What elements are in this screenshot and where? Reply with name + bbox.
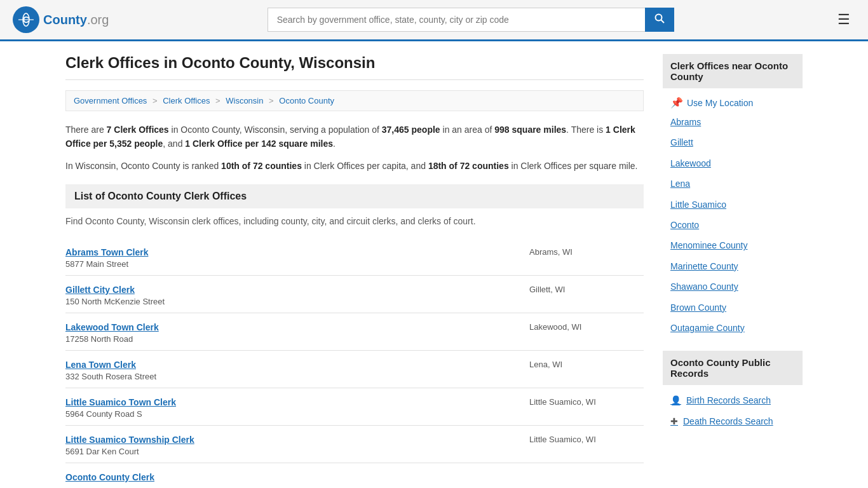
clerk-name-little-suamico-township[interactable]: Little Suamico Township Clerk	[65, 435, 194, 445]
use-location-link[interactable]: 📌 Use My Location	[663, 93, 803, 112]
rank-area: 18th of 72 counties	[428, 161, 509, 171]
clerk-item-little-suamico: Little Suamico Town Clerk 5964 County Ro…	[65, 388, 644, 425]
clerk-address-little-suamico: 5964 County Road S	[65, 409, 176, 419]
search-button[interactable]	[645, 8, 674, 32]
clerk-name-lakewood[interactable]: Lakewood Town Clerk	[65, 322, 159, 332]
clerk-name-abrams[interactable]: Abrams Town Clerk	[65, 247, 148, 257]
sidebar-public-records: Oconto County Public Records 👤 Birth Rec…	[663, 351, 803, 431]
clerk-name-oconto-county[interactable]: Oconto County Clerk	[65, 472, 154, 482]
search-area	[268, 8, 674, 32]
per-area: 1 Clerk Office per 142 square miles	[185, 139, 333, 149]
description-para-1: There are 7 Clerk Offices in Oconto Coun…	[65, 123, 644, 151]
area: 998 square miles	[494, 125, 566, 135]
svg-line-5	[661, 20, 664, 24]
sidebar-item-outagamie[interactable]: Outagamie County	[663, 318, 803, 338]
sidebar-death-records[interactable]: ✚ Death Records Search	[663, 411, 803, 431]
clerk-item-lakewood: Lakewood Town Clerk 17258 North Road Lak…	[65, 313, 644, 350]
clerk-city-little-suamico: Little Suamico, WI	[529, 397, 644, 407]
main-container: Clerk Offices in Oconto County, Wisconsi…	[53, 41, 815, 488]
sidebar-nearby-title: Clerk Offices near Oconto County	[663, 54, 803, 88]
sidebar-item-little-suamico[interactable]: Little Suamico	[663, 194, 803, 215]
search-input[interactable]	[268, 8, 645, 32]
clerk-name-gillett[interactable]: Gillett City Clerk	[65, 285, 165, 295]
sidebar-item-gillett[interactable]: Gillett	[663, 132, 803, 152]
location-pin-icon: 📌	[670, 97, 683, 109]
clerk-address-little-suamico-township: 5691 Dar Ken Court	[65, 447, 194, 456]
clerk-city-little-suamico-township: Little Suamico, WI	[529, 435, 644, 444]
clerk-item-lena: Lena Town Clerk 332 South Rosera Street …	[65, 350, 644, 388]
sidebar-item-oconto[interactable]: Oconto	[663, 215, 803, 235]
offices-count: 7 Clerk Offices	[107, 125, 169, 135]
sidebar-nearby-section: Clerk Offices near Oconto County 📌 Use M…	[663, 54, 803, 338]
clerk-city-lena: Lena, WI	[529, 360, 644, 369]
clerk-name-little-suamico[interactable]: Little Suamico Town Clerk	[65, 397, 176, 407]
header-right: ☰	[832, 9, 855, 30]
description-para-2: In Wisconsin, Oconto County is ranked 10…	[65, 159, 644, 173]
page-title: Clerk Offices in Oconto County, Wisconsi…	[65, 54, 644, 80]
rank-capita: 10th of 72 counties	[221, 161, 302, 171]
breadcrumb-link-wi[interactable]: Wisconsin	[226, 96, 263, 105]
clerk-address-abrams: 5877 Main Street	[65, 259, 148, 269]
sidebar-item-lakewood[interactable]: Lakewood	[663, 153, 803, 173]
list-section-desc: Find Oconto County, Wisconsin clerk offi…	[65, 215, 644, 228]
list-section-header: List of Oconto County Clerk Offices	[65, 184, 644, 208]
breadcrumb-link-govt[interactable]: Government Offices	[74, 96, 147, 105]
clerk-address-lena: 332 South Rosera Street	[65, 372, 156, 381]
content-area: Clerk Offices in Oconto County, Wisconsi…	[65, 54, 644, 488]
sidebar-item-shawano[interactable]: Shawano County	[663, 276, 803, 297]
clerk-item-gillett: Gillett City Clerk 150 North McKenzie St…	[65, 275, 644, 313]
clerk-name-lena[interactable]: Lena Town Clerk	[65, 360, 156, 370]
population: 37,465 people	[382, 125, 440, 135]
sidebar-public-records-title: Oconto County Public Records	[663, 351, 803, 385]
clerk-city-gillett: Gillett, WI	[529, 285, 644, 294]
clerk-item-oconto-county: Oconto County Clerk	[65, 463, 644, 488]
logo-area: C County.org	[13, 6, 109, 33]
breadcrumb-link-county[interactable]: Oconto County	[279, 96, 334, 105]
birth-record-icon: 👤	[670, 393, 681, 407]
sidebar-item-abrams[interactable]: Abrams	[663, 112, 803, 132]
clerk-address-gillett: 150 North McKenzie Street	[65, 297, 165, 306]
breadcrumb: Government Offices > Clerk Offices > Wis…	[65, 90, 644, 111]
clerk-city-abrams: Abrams, WI	[529, 247, 644, 257]
header: C County.org ☰	[0, 0, 868, 41]
menu-button[interactable]: ☰	[832, 9, 855, 30]
breadcrumb-link-clerk[interactable]: Clerk Offices	[163, 96, 210, 105]
logo-text: County.org	[43, 13, 109, 27]
sidebar-item-lena[interactable]: Lena	[663, 173, 803, 194]
sidebar-item-menominee[interactable]: Menominee County	[663, 235, 803, 255]
clerk-item-abrams: Abrams Town Clerk 5877 Main Street Abram…	[65, 238, 644, 275]
sidebar: Clerk Offices near Oconto County 📌 Use M…	[663, 54, 803, 488]
death-record-icon: ✚	[670, 414, 678, 428]
svg-point-4	[655, 15, 661, 21]
clerk-list: Abrams Town Clerk 5877 Main Street Abram…	[65, 238, 644, 488]
clerk-address-lakewood: 17258 North Road	[65, 334, 159, 344]
clerk-item-little-suamico-township: Little Suamico Township Clerk 5691 Dar K…	[65, 425, 644, 463]
sidebar-birth-records[interactable]: 👤 Birth Records Search	[663, 390, 803, 410]
logo-icon: C	[13, 6, 39, 33]
clerk-city-lakewood: Lakewood, WI	[529, 322, 644, 332]
sidebar-item-brown[interactable]: Brown County	[663, 297, 803, 318]
sidebar-item-marinette[interactable]: Marinette County	[663, 256, 803, 276]
